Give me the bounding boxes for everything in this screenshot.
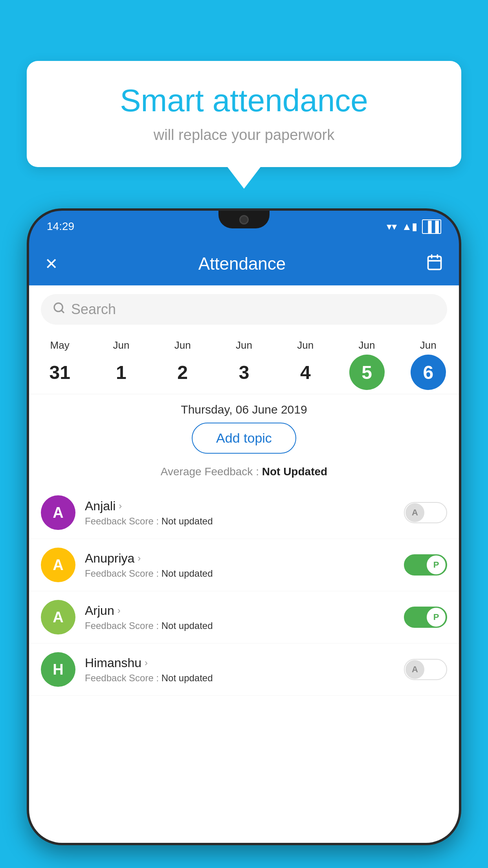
student-info-2: Arjun › Feedback Score : Not updated	[85, 603, 394, 631]
toggle-track-0[interactable]: A	[404, 502, 447, 523]
add-topic-button[interactable]: Add topic	[192, 423, 296, 454]
speech-bubble: Smart attendance will replace your paper…	[27, 61, 461, 167]
cal-month: Jun	[420, 339, 437, 351]
calendar-day-0[interactable]: May 31	[38, 339, 81, 390]
calendar-day-1[interactable]: Jun 1	[99, 339, 143, 390]
avatar-1: A	[41, 548, 75, 582]
speech-bubble-title: Smart attendance	[50, 83, 438, 119]
toggle-thumb-1: P	[427, 555, 446, 574]
calendar-day-6[interactable]: Jun 6	[407, 339, 450, 390]
toggle-0[interactable]: A	[404, 502, 447, 523]
cal-month: Jun	[174, 339, 191, 351]
chevron-icon: ›	[145, 657, 148, 668]
cal-date: 5	[349, 355, 385, 390]
student-name-0: Anjali ›	[85, 499, 394, 513]
student-item-2[interactable]: A Arjun › Feedback Score : Not updated P	[29, 591, 459, 644]
cal-date: 4	[288, 355, 323, 390]
cal-month: May	[50, 339, 70, 351]
student-info-3: Himanshu › Feedback Score : Not updated	[85, 656, 394, 684]
close-button[interactable]: ✕	[45, 255, 58, 273]
calendar-day-4[interactable]: Jun 4	[284, 339, 327, 390]
toggle-track-3[interactable]: A	[404, 659, 447, 680]
cal-date: 1	[103, 355, 139, 390]
signal-icon: ▲▮	[402, 221, 417, 233]
student-name-2: Arjun ›	[85, 603, 394, 618]
camera-notch	[239, 215, 249, 224]
feedback-score-3: Feedback Score : Not updated	[85, 673, 394, 684]
phone-notch	[218, 211, 270, 228]
student-list: A Anjali › Feedback Score : Not updated …	[29, 487, 459, 696]
toggle-thumb-0: A	[405, 503, 424, 522]
student-info-1: Anupriya › Feedback Score : Not updated	[85, 551, 394, 579]
calendar-day-2[interactable]: Jun 2	[161, 339, 204, 390]
calendar-day-3[interactable]: Jun 3	[222, 339, 266, 390]
screen-content: Search May 31 Jun 1 Jun 2 Jun 3 Jun 4 Ju…	[29, 285, 459, 843]
search-icon	[53, 302, 65, 317]
speech-bubble-subtitle: will replace your paperwork	[50, 127, 438, 143]
status-time: 14:29	[47, 220, 74, 233]
cal-month: Jun	[236, 339, 252, 351]
cal-date: 6	[411, 355, 446, 390]
app-bar: ✕ Attendance	[29, 242, 459, 285]
status-bar: 14:29 ▾▾ ▲▮ ▐▐	[29, 211, 459, 242]
avg-feedback: Average Feedback : Not Updated	[29, 462, 459, 487]
toggle-2[interactable]: P	[404, 607, 447, 628]
battery-icon: ▐▐	[422, 219, 441, 234]
speech-bubble-container: Smart attendance will replace your paper…	[27, 61, 461, 189]
chevron-icon: ›	[117, 605, 121, 616]
avg-feedback-label: Average Feedback :	[161, 465, 259, 478]
svg-line-5	[61, 310, 64, 313]
svg-rect-0	[428, 256, 441, 269]
search-input-container[interactable]: Search	[41, 294, 447, 325]
cal-month: Jun	[113, 339, 129, 351]
search-input-text[interactable]: Search	[71, 301, 116, 318]
student-name-1: Anupriya ›	[85, 551, 394, 566]
cal-date: 31	[42, 355, 77, 390]
toggle-track-1[interactable]: P	[404, 554, 447, 576]
avatar-2: A	[41, 600, 75, 634]
student-item-1[interactable]: A Anupriya › Feedback Score : Not update…	[29, 539, 459, 591]
cal-date: 3	[226, 355, 262, 390]
calendar-day-5[interactable]: Jun 5	[345, 339, 389, 390]
student-item-0[interactable]: A Anjali › Feedback Score : Not updated …	[29, 487, 459, 539]
feedback-score-1: Feedback Score : Not updated	[85, 568, 394, 579]
cal-month: Jun	[359, 339, 375, 351]
toggle-thumb-2: P	[427, 608, 446, 627]
feedback-score-2: Feedback Score : Not updated	[85, 620, 394, 631]
status-icons: ▾▾ ▲▮ ▐▐	[387, 219, 441, 234]
search-bar: Search	[29, 285, 459, 333]
toggle-1[interactable]: P	[404, 554, 447, 576]
feedback-score-0: Feedback Score : Not updated	[85, 516, 394, 527]
toggle-thumb-3: A	[405, 660, 424, 679]
student-item-3[interactable]: H Himanshu › Feedback Score : Not update…	[29, 644, 459, 696]
add-topic-container: Add topic	[29, 423, 459, 462]
selected-date-label: Thursday, 06 June 2019	[29, 394, 459, 423]
student-info-0: Anjali › Feedback Score : Not updated	[85, 499, 394, 527]
avatar-3: H	[41, 652, 75, 687]
app-bar-title: Attendance	[58, 254, 426, 274]
toggle-track-2[interactable]: P	[404, 607, 447, 628]
cal-date: 2	[165, 355, 200, 390]
student-name-3: Himanshu ›	[85, 656, 394, 670]
avatar-0: A	[41, 495, 75, 530]
speech-bubble-tail	[227, 167, 261, 189]
calendar-strip: May 31 Jun 1 Jun 2 Jun 3 Jun 4 Jun 5 Jun…	[29, 333, 459, 394]
chevron-icon: ›	[119, 500, 122, 511]
wifi-icon: ▾▾	[387, 221, 397, 233]
calendar-button[interactable]	[426, 254, 443, 274]
chevron-icon: ›	[138, 553, 141, 564]
cal-month: Jun	[297, 339, 314, 351]
toggle-3[interactable]: A	[404, 659, 447, 680]
phone: 14:29 ▾▾ ▲▮ ▐▐ ✕ Attendance	[27, 208, 461, 845]
avg-feedback-value: Not Updated	[262, 465, 327, 478]
phone-container: 14:29 ▾▾ ▲▮ ▐▐ ✕ Attendance	[27, 208, 461, 868]
